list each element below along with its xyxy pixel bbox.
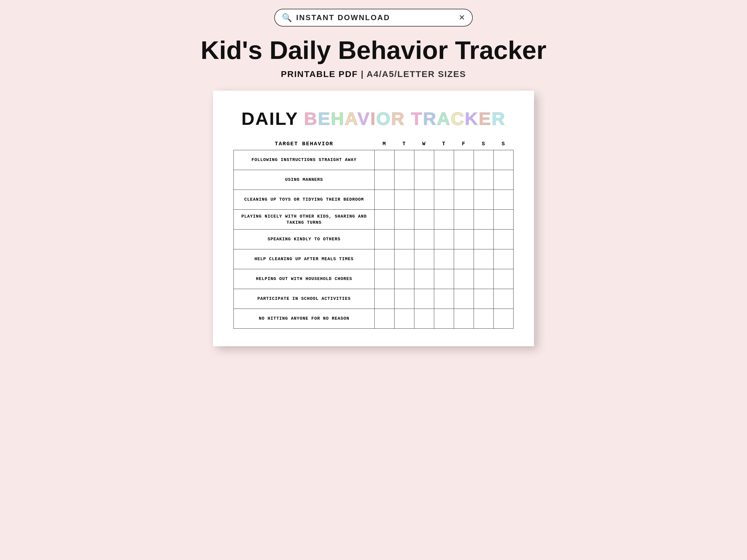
day-checkbox-3-0[interactable] xyxy=(375,210,394,230)
day-checkbox-6-2[interactable] xyxy=(414,269,434,289)
table-row: SPEAKING KINDLY TO OTHERS xyxy=(234,230,514,249)
col-header-fri: F xyxy=(454,138,474,150)
day-checkbox-1-4[interactable] xyxy=(454,170,474,190)
day-checkbox-7-1[interactable] xyxy=(394,289,414,309)
day-checkbox-2-2[interactable] xyxy=(414,190,434,210)
day-checkbox-8-1[interactable] xyxy=(394,309,414,329)
day-checkbox-3-1[interactable] xyxy=(394,210,414,230)
day-checkbox-5-0[interactable] xyxy=(375,249,394,269)
day-checkbox-7-0[interactable] xyxy=(375,289,394,309)
table-row: CLEANING UP TOYS OR TIDYING THEIR BEDROO… xyxy=(234,190,514,210)
col-header-tue: T xyxy=(394,138,414,150)
day-checkbox-1-1[interactable] xyxy=(394,170,414,190)
day-checkbox-2-6[interactable] xyxy=(494,190,514,210)
day-checkbox-6-0[interactable] xyxy=(375,269,394,289)
letter-T: T xyxy=(411,108,423,129)
table-row: HELP CLEANING UP AFTER MEALS TIMES xyxy=(234,249,514,269)
subtitle-bold: PRINTABLE PDF xyxy=(281,69,358,79)
col-header-thu: T xyxy=(434,138,454,150)
letter-E2: E xyxy=(479,108,492,129)
day-checkbox-0-1[interactable] xyxy=(394,150,414,170)
day-checkbox-8-4[interactable] xyxy=(454,309,474,329)
table-row: PARTICIPATE IN SCHOOL ACTIVITIES xyxy=(234,289,514,309)
doc-title-behavior: BEHAVIOR xyxy=(304,108,411,129)
day-checkbox-3-2[interactable] xyxy=(414,210,434,230)
search-icon: 🔍 xyxy=(282,13,292,23)
day-checkbox-4-5[interactable] xyxy=(474,230,494,249)
day-checkbox-0-4[interactable] xyxy=(454,150,474,170)
day-checkbox-6-6[interactable] xyxy=(494,269,514,289)
day-checkbox-3-4[interactable] xyxy=(454,210,474,230)
letter-B: B xyxy=(304,108,318,129)
day-checkbox-5-5[interactable] xyxy=(474,249,494,269)
day-checkbox-4-2[interactable] xyxy=(414,230,434,249)
letter-E: E xyxy=(318,108,331,129)
day-checkbox-7-2[interactable] xyxy=(414,289,434,309)
letter-C: C xyxy=(451,108,465,129)
behavior-cell-0: FOLLOWING INSTRUCTIONS STRAIGHT AWAY xyxy=(234,150,375,170)
letter-O: O xyxy=(376,108,391,129)
day-checkbox-0-6[interactable] xyxy=(494,150,514,170)
day-checkbox-8-0[interactable] xyxy=(375,309,394,329)
day-checkbox-1-6[interactable] xyxy=(494,170,514,190)
page-subtitle: PRINTABLE PDF | A4/A5/LETTER SIZES xyxy=(281,69,466,79)
day-checkbox-3-3[interactable] xyxy=(434,210,454,230)
day-checkbox-1-5[interactable] xyxy=(474,170,494,190)
search-text: INSTANT DOWNLOAD xyxy=(296,13,455,22)
table-row: USING MANNERS xyxy=(234,170,514,190)
day-checkbox-7-5[interactable] xyxy=(474,289,494,309)
day-checkbox-0-0[interactable] xyxy=(375,150,394,170)
day-checkbox-4-3[interactable] xyxy=(434,230,454,249)
day-checkbox-2-0[interactable] xyxy=(375,190,394,210)
col-header-mon: M xyxy=(375,138,394,150)
day-checkbox-5-3[interactable] xyxy=(434,249,454,269)
day-checkbox-3-5[interactable] xyxy=(474,210,494,230)
day-checkbox-5-4[interactable] xyxy=(454,249,474,269)
day-checkbox-4-4[interactable] xyxy=(454,230,474,249)
letter-A2: A xyxy=(437,108,451,129)
day-checkbox-2-1[interactable] xyxy=(394,190,414,210)
day-checkbox-2-5[interactable] xyxy=(474,190,494,210)
day-checkbox-6-3[interactable] xyxy=(434,269,454,289)
behavior-cell-3: PLAYING NICELY WITH OTHER KIDS, SHARING … xyxy=(234,210,375,230)
day-checkbox-8-2[interactable] xyxy=(414,309,434,329)
day-checkbox-1-2[interactable] xyxy=(414,170,434,190)
day-checkbox-7-6[interactable] xyxy=(494,289,514,309)
behavior-cell-6: HELPING OUT WITH HOUSEHOLD CHORES xyxy=(234,269,375,289)
behavior-cell-5: HELP CLEANING UP AFTER MEALS TIMES xyxy=(234,249,375,269)
subtitle-rest: | A4/A5/LETTER SIZES xyxy=(358,69,466,79)
table-row: FOLLOWING INSTRUCTIONS STRAIGHT AWAY xyxy=(234,150,514,170)
day-checkbox-0-2[interactable] xyxy=(414,150,434,170)
day-checkbox-2-3[interactable] xyxy=(434,190,454,210)
doc-title-tracker: TRACKER xyxy=(411,108,506,129)
search-bar[interactable]: 🔍 INSTANT DOWNLOAD ✕ xyxy=(274,9,473,27)
day-checkbox-1-0[interactable] xyxy=(375,170,394,190)
page-title: Kid's Daily Behavior Tracker xyxy=(201,35,546,65)
day-checkbox-2-4[interactable] xyxy=(454,190,474,210)
doc-title-daily: DAILY xyxy=(241,108,304,129)
day-checkbox-8-6[interactable] xyxy=(494,309,514,329)
day-checkbox-0-3[interactable] xyxy=(434,150,454,170)
table-row: NO HITTING ANYONE FOR NO REASON xyxy=(234,309,514,329)
letter-R: R xyxy=(391,108,405,129)
day-checkbox-5-2[interactable] xyxy=(414,249,434,269)
close-icon[interactable]: ✕ xyxy=(459,13,465,22)
day-checkbox-8-5[interactable] xyxy=(474,309,494,329)
day-checkbox-5-1[interactable] xyxy=(394,249,414,269)
behavior-cell-4: SPEAKING KINDLY TO OTHERS xyxy=(234,230,375,249)
letter-K: K xyxy=(465,108,479,129)
day-checkbox-6-1[interactable] xyxy=(394,269,414,289)
day-checkbox-7-4[interactable] xyxy=(454,289,474,309)
day-checkbox-5-6[interactable] xyxy=(494,249,514,269)
day-checkbox-4-1[interactable] xyxy=(394,230,414,249)
day-checkbox-3-6[interactable] xyxy=(494,210,514,230)
behavior-cell-8: NO HITTING ANYONE FOR NO REASON xyxy=(234,309,375,329)
day-checkbox-1-3[interactable] xyxy=(434,170,454,190)
day-checkbox-4-0[interactable] xyxy=(375,230,394,249)
day-checkbox-6-5[interactable] xyxy=(474,269,494,289)
day-checkbox-0-5[interactable] xyxy=(474,150,494,170)
day-checkbox-8-3[interactable] xyxy=(434,309,454,329)
day-checkbox-6-4[interactable] xyxy=(454,269,474,289)
day-checkbox-7-3[interactable] xyxy=(434,289,454,309)
day-checkbox-4-6[interactable] xyxy=(494,230,514,249)
